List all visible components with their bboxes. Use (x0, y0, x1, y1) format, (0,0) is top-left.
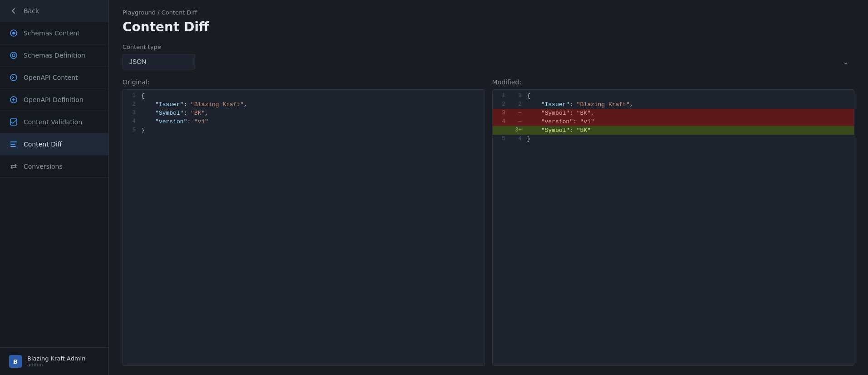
sidebar-item-content-diff[interactable]: Content Diff (0, 133, 108, 156)
openapi-definition-icon (9, 95, 18, 104)
breadcrumb-sep: / (156, 9, 162, 16)
content-validation-icon (9, 117, 18, 127)
user-name: Blazing Kraft Admin (27, 355, 85, 362)
page-title: Content Diff (123, 19, 854, 34)
content-validation-label: Content Validation (24, 118, 82, 126)
svg-point-2 (10, 52, 17, 58)
breadcrumb: Playground / Content Diff (123, 9, 854, 16)
orig-line-3: 3 "Symbol": "BK", (123, 109, 485, 117)
sidebar-item-schemas-content[interactable]: Schemas Content (0, 22, 108, 44)
mod-line-3-deleted: 3 — "Symbol": "BK", (493, 109, 854, 117)
orig-line-5: 5 } (123, 126, 485, 135)
user-role: admin (27, 362, 85, 368)
conversions-label: Conversions (24, 163, 63, 170)
schemas-definition-label: Schemas Definition (24, 52, 85, 59)
main-content: Playground / Content Diff Content Diff C… (109, 0, 868, 375)
schemas-content-label: Schemas Content (24, 29, 80, 37)
sidebar-item-openapi-definition[interactable]: OpenAPI Definition (0, 89, 108, 111)
content-diff-label: Content Diff (24, 141, 62, 148)
svg-point-1 (12, 32, 15, 34)
openapi-definition-label: OpenAPI Definition (24, 96, 83, 103)
content-type-select[interactable]: JSON YAML XML (123, 54, 195, 69)
schemas-content-icon (9, 29, 18, 38)
content-diff-icon (9, 140, 18, 149)
sidebar-item-openapi-content[interactable]: OpenAPI Content (0, 67, 108, 89)
content-type-select-wrapper[interactable]: JSON YAML XML (123, 54, 854, 69)
svg-rect-8 (10, 146, 16, 147)
sidebar: Back Schemas Content Schemas Definition (0, 0, 109, 375)
modified-panel: Modified: 1 1 { 2 2 "Issuer": "Blazing K… (492, 78, 855, 366)
original-editor[interactable]: 1 { 2 "Issuer": "Blazing Kraft", 3 "Symb… (123, 89, 485, 366)
original-label: Original: (123, 78, 485, 86)
svg-rect-7 (10, 144, 15, 145)
sidebar-item-schemas-definition[interactable]: Schemas Definition (0, 44, 108, 67)
mod-line-4-deleted: 4 — "version": "v1" (493, 117, 854, 126)
mod-line-5: 5 4 } (493, 135, 854, 143)
mod-line-1: 1 1 { (493, 92, 854, 100)
svg-point-3 (12, 54, 15, 57)
back-label: Back (24, 7, 39, 15)
back-icon (9, 6, 18, 15)
mod-line-2: 2 2 "Issuer": "Blazing Kraft", (493, 100, 854, 109)
sidebar-item-back[interactable]: Back (0, 0, 108, 22)
orig-line-2: 2 "Issuer": "Blazing Kraft", (123, 100, 485, 109)
breadcrumb-part2: Content Diff (162, 9, 197, 16)
openapi-content-label: OpenAPI Content (24, 74, 78, 81)
conversions-icon (9, 162, 18, 171)
diff-area: Original: 1 { 2 "Issuer": "Blazing Kraft… (123, 78, 854, 366)
openapi-content-icon (9, 73, 18, 82)
modified-label: Modified: (492, 78, 855, 86)
modified-editor[interactable]: 1 1 { 2 2 "Issuer": "Blazing Kraft", 3 — (492, 89, 855, 366)
original-panel: Original: 1 { 2 "Issuer": "Blazing Kraft… (123, 78, 485, 366)
orig-line-1: 1 { (123, 92, 485, 100)
content-type-label: Content type (123, 44, 854, 50)
orig-line-4: 4 "version": "v1" (123, 117, 485, 126)
sidebar-item-content-validation[interactable]: Content Validation (0, 111, 108, 133)
avatar: B (9, 355, 22, 368)
svg-rect-6 (10, 141, 17, 142)
mod-line-3plus-added: 3+ "Symbol": "BK" (493, 126, 854, 135)
schemas-definition-icon (9, 51, 18, 60)
sidebar-item-conversions[interactable]: Conversions (0, 156, 108, 178)
user-profile: B Blazing Kraft Admin admin (0, 347, 108, 375)
breadcrumb-part1: Playground (123, 9, 156, 16)
user-info: Blazing Kraft Admin admin (27, 355, 85, 368)
